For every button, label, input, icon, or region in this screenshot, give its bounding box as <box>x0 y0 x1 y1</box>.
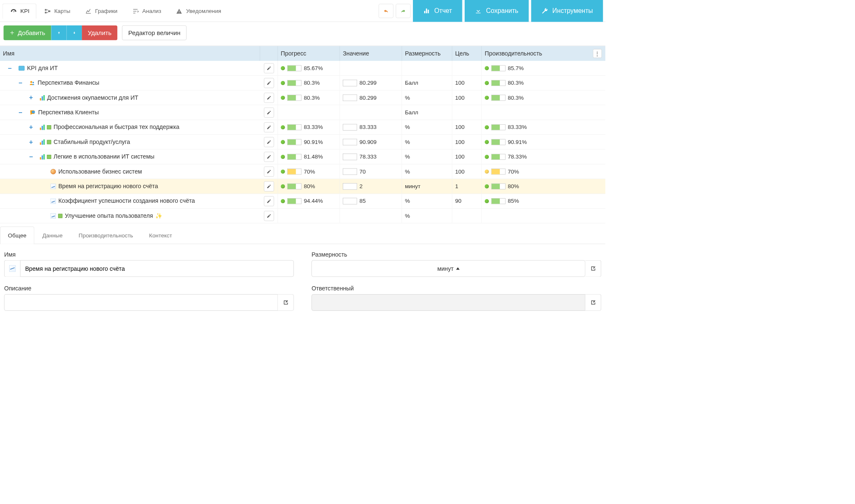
col-goal[interactable]: Цель <box>452 46 482 60</box>
edit-row-button[interactable] <box>264 211 274 221</box>
edit-row-button[interactable] <box>264 181 274 191</box>
unit-text: % <box>405 139 410 145</box>
move-down-button[interactable] <box>66 25 82 40</box>
table-row[interactable]: + Стабильный продукт/услуга 90.91% 90.90… <box>0 135 605 149</box>
table-row[interactable]: Улучшение опыта пользователя ✨% <box>0 209 605 223</box>
redo-button[interactable] <box>396 4 410 18</box>
edit-row-button[interactable] <box>264 93 274 103</box>
value-box[interactable] <box>343 139 357 145</box>
edit-row-button[interactable] <box>264 196 274 206</box>
expander[interactable]: + <box>28 124 34 130</box>
value-box[interactable] <box>343 124 357 131</box>
name-prefix-icon <box>4 260 20 277</box>
tab-performance-label: Производительность <box>78 232 133 238</box>
undo-button[interactable] <box>379 4 393 18</box>
status-dot <box>485 155 489 159</box>
expander[interactable]: + <box>28 95 34 101</box>
warning-icon <box>175 8 184 15</box>
table-row[interactable]: + Профессиональная и быстрая тех поддерж… <box>0 120 605 134</box>
save-button[interactable]: Сохранить <box>465 0 529 22</box>
expander[interactable]: − <box>28 154 34 159</box>
value-text: 70 <box>359 168 366 175</box>
value-box[interactable] <box>343 94 357 101</box>
table-row[interactable]: Время на регистрацию нового счёта 80% 2м… <box>0 179 605 194</box>
tab-analysis[interactable]: Анализ <box>124 3 168 18</box>
value-editor-button[interactable]: Редактор величин <box>122 25 187 40</box>
table-row[interactable]: − Перспектива Финансы 80.3% 80.299Балл10… <box>0 76 605 90</box>
delete-button[interactable]: Удалить <box>82 25 117 40</box>
expander[interactable]: − <box>18 110 23 115</box>
chat-icon <box>29 109 36 116</box>
unit-select[interactable]: минут <box>311 260 585 277</box>
maps-icon <box>43 8 52 15</box>
bars-icon <box>40 154 45 159</box>
add-button[interactable]: Добавить <box>3 25 51 40</box>
svg-rect-1 <box>45 12 46 13</box>
expander[interactable]: + <box>28 139 34 145</box>
expander[interactable]: − <box>7 66 13 71</box>
tab-charts[interactable]: Графики <box>77 3 124 18</box>
analysis-icon <box>131 8 140 15</box>
edit-row-button[interactable] <box>264 78 274 88</box>
edit-row-button[interactable] <box>264 107 274 117</box>
table-row[interactable]: Использование бизнес систем 70% 70%100 7… <box>0 164 605 179</box>
col-unit[interactable]: Размерность <box>402 46 452 60</box>
col-performance[interactable]: Производительность <box>482 46 567 60</box>
tab-general[interactable]: Общее <box>0 227 34 244</box>
move-up-button[interactable] <box>51 25 66 40</box>
table-row[interactable]: Коэффициент успешности создания нового с… <box>0 194 605 208</box>
columns-menu-button[interactable]: ⋮ <box>593 49 602 58</box>
col-value[interactable]: Значение <box>340 46 402 60</box>
performance-value: 85.7% <box>508 65 524 71</box>
pencil-icon <box>266 110 271 115</box>
edit-row-button[interactable] <box>264 166 274 176</box>
edit-row-button[interactable] <box>264 152 274 162</box>
tab-data[interactable]: Данные <box>34 227 71 244</box>
report-button[interactable]: Отчет <box>413 0 462 22</box>
tab-performance[interactable]: Производительность <box>71 227 141 244</box>
edit-row-button[interactable] <box>264 63 274 73</box>
performance-value: 70% <box>508 168 519 175</box>
col-name[interactable]: Имя <box>0 46 260 60</box>
value-box[interactable] <box>343 80 357 86</box>
value-box[interactable] <box>343 168 357 175</box>
table-row[interactable]: − Перспектива КлиентыБалл <box>0 105 605 120</box>
name-input[interactable] <box>20 260 294 277</box>
value-text: 80.299 <box>359 94 377 101</box>
table-row[interactable]: − Легкие в использовании ИТ системы 81.4… <box>0 149 605 164</box>
row-name: Профессиональная и быстрая тех поддержка <box>53 124 179 131</box>
value-box[interactable] <box>343 198 357 204</box>
tab-context[interactable]: Контекст <box>141 227 180 244</box>
desc-edit-button[interactable] <box>278 294 294 311</box>
owner-edit-button[interactable] <box>585 294 601 311</box>
delete-label: Удалить <box>88 29 111 36</box>
value-box[interactable] <box>343 183 357 190</box>
expander[interactable]: − <box>18 80 23 86</box>
doc-icon <box>47 125 51 129</box>
status-dot <box>281 140 285 144</box>
pencil-icon <box>266 140 271 144</box>
edit-square-icon <box>590 265 596 271</box>
table-row[interactable]: − KPI для ИТ 85.67% 85.7% <box>0 61 605 76</box>
edit-row-button[interactable] <box>264 137 274 147</box>
edit-row-button[interactable] <box>264 122 274 132</box>
row-name: Улучшение опыта пользователя <box>65 212 153 219</box>
col-progress[interactable]: Прогресс <box>278 46 340 60</box>
progress-value: 80% <box>304 183 315 190</box>
tab-notifications[interactable]: Уведомления <box>168 3 228 18</box>
tab-kpi-label: KPI <box>20 8 30 15</box>
goal-text: 100 <box>455 80 464 86</box>
svg-rect-0 <box>45 9 46 11</box>
tab-maps[interactable]: Карты <box>36 3 77 18</box>
value-box[interactable] <box>343 154 357 160</box>
desc-input[interactable] <box>4 294 278 311</box>
unit-text: % <box>405 168 410 175</box>
tab-kpi[interactable]: KPI <box>3 3 36 18</box>
status-dot <box>485 125 489 129</box>
progress-value: 80.3% <box>304 80 320 86</box>
tab-data-label: Данные <box>42 232 63 238</box>
unit-edit-button[interactable] <box>585 260 601 277</box>
table-row[interactable]: + Достижения окупаемости для ИТ 80.3% 80… <box>0 91 605 105</box>
tools-button[interactable]: Инструменты <box>531 0 603 22</box>
owner-input[interactable] <box>311 294 585 311</box>
